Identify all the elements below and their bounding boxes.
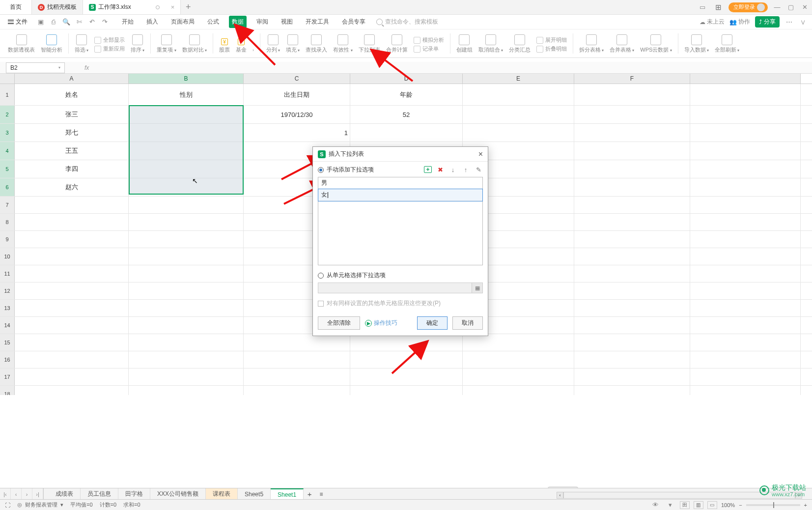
row-header[interactable]: 2 [0, 106, 15, 123]
cell[interactable]: 1970/12/30 [244, 106, 350, 123]
cell[interactable]: 52 [350, 106, 463, 123]
menu-tab-review[interactable]: 审阅 [253, 16, 271, 28]
delete-item-icon[interactable]: ✖ [436, 166, 445, 174]
cell[interactable] [350, 124, 463, 142]
row-header[interactable]: 3 [0, 124, 15, 142]
preview-icon[interactable]: 🔍 [61, 17, 72, 28]
duplicates-button[interactable]: 重复项 [155, 33, 178, 55]
cell[interactable] [690, 106, 801, 123]
share-button[interactable]: ⤴ 分享 [755, 16, 780, 28]
wps-cloud-data-button[interactable]: WPS云数据 [638, 33, 673, 55]
data-form-button[interactable]: 记录单 [414, 45, 444, 53]
move-down-icon[interactable]: ↓ [448, 166, 457, 174]
cell[interactable]: 姓名 [15, 84, 129, 105]
row-header[interactable]: 8 [0, 214, 15, 230]
row-header[interactable]: 11 [0, 265, 15, 282]
tab-workbook[interactable]: S 工作簿3.xlsx × [83, 0, 181, 14]
sheet-tab[interactable]: Sheet1 [271, 488, 304, 500]
zoom-in-button[interactable]: + [804, 502, 807, 508]
menu-tab-data[interactable]: 数据 [229, 16, 247, 28]
row-header[interactable]: 5 [0, 160, 15, 178]
row-header[interactable]: 6 [0, 178, 15, 196]
range-selector-icon[interactable]: ▦ [472, 283, 482, 293]
cell[interactable]: 张三 [15, 106, 129, 123]
row-header[interactable]: 1 [0, 84, 15, 105]
cell[interactable] [574, 106, 690, 123]
add-item-icon[interactable]: + [424, 166, 432, 173]
redo-icon[interactable]: ↷ [99, 17, 110, 28]
cell[interactable]: 赵六 [15, 178, 129, 196]
expand-detail-button[interactable]: 展开明细 [536, 36, 567, 44]
show-all-button[interactable]: 全部显示 [94, 36, 125, 44]
col-header-E[interactable]: E [463, 74, 574, 84]
row-header[interactable]: 7 [0, 197, 15, 213]
fill-button[interactable]: 填充 [284, 33, 302, 55]
menu-tab-insert[interactable]: 插入 [143, 16, 161, 28]
ungroup-button[interactable]: 取消组合 [476, 33, 505, 55]
list-item[interactable]: 男 [318, 177, 482, 189]
sheet-tab[interactable]: 员工信息 [81, 488, 118, 500]
lookup-entry-button[interactable]: 查找录入 [304, 33, 329, 55]
sheet-tab[interactable]: Sheet5 [238, 488, 271, 500]
new-tab-button[interactable]: + [181, 0, 196, 14]
menu-tab-formula[interactable]: 公式 [204, 16, 222, 28]
sheet-tab[interactable]: XXX公司销售额 [150, 488, 206, 500]
row-header[interactable]: 12 [0, 283, 15, 299]
group-button[interactable]: 创建组 [454, 33, 475, 55]
cloud-status[interactable]: ☁ 未上云 [700, 18, 725, 26]
sheet-nav-prev[interactable]: ‹ [11, 488, 22, 500]
save-icon[interactable]: ▣ [35, 17, 46, 28]
filter-button[interactable]: 筛选 [73, 33, 90, 55]
fx-icon[interactable]: fx [84, 64, 89, 71]
status-icon[interactable]: ⛶ [5, 502, 10, 508]
menu-tab-dev[interactable]: 开发工具 [303, 16, 332, 28]
row-header[interactable]: 13 [0, 300, 15, 316]
sheet-tab[interactable]: 课程表 [206, 488, 238, 500]
print-icon[interactable]: ⎙ [48, 17, 59, 28]
scroll-left-button[interactable]: ‹ [557, 492, 563, 499]
menu-tab-start[interactable]: 开始 [119, 16, 137, 28]
layout-icon[interactable]: ▭ [697, 2, 708, 13]
consolidate-button[interactable]: 合并计算 [384, 33, 410, 55]
col-header-F[interactable]: F [574, 74, 690, 84]
col-header-D[interactable]: D [350, 74, 463, 84]
login-button[interactable]: 立即登录 [728, 2, 768, 12]
help-link[interactable]: ▶操作技巧 [365, 319, 397, 327]
eye-icon[interactable]: 👁 [650, 500, 661, 510]
col-header-C[interactable]: C [244, 74, 350, 84]
cell[interactable] [463, 106, 574, 123]
undo-icon[interactable]: ↶ [86, 17, 97, 28]
maximize-button[interactable]: ▢ [786, 3, 795, 12]
command-search[interactable]: 查找命令、搜索模板 [376, 18, 438, 26]
sheet-nav-next[interactable]: › [22, 488, 32, 500]
sheet-nav-first[interactable]: |‹ [0, 488, 11, 500]
menu-tab-layout[interactable]: 页面布局 [168, 16, 197, 28]
cancel-button[interactable]: 取消 [452, 316, 483, 330]
cell[interactable] [463, 84, 574, 105]
col-header-A[interactable]: A [15, 74, 129, 84]
sort-button[interactable]: 排序 [129, 33, 146, 55]
row-header[interactable]: 17 [0, 368, 15, 385]
zoom-out-button[interactable]: − [739, 502, 742, 508]
cell[interactable]: 郑七 [15, 124, 129, 142]
reapply-button[interactable]: 重新应用 [94, 45, 125, 53]
data-validation-button[interactable]: 有效性 [331, 33, 354, 55]
add-sheet-button[interactable]: + [304, 488, 315, 500]
zoom-level[interactable]: 100% [721, 502, 735, 508]
fund-button[interactable]: ¥基金 [234, 37, 249, 55]
row-header[interactable]: 9 [0, 231, 15, 248]
display-settings-icon[interactable]: ▾ [665, 500, 676, 510]
file-menu[interactable]: 文件 [5, 17, 30, 27]
text-to-columns-button[interactable]: 分列 [264, 33, 282, 55]
radio-from-cells[interactable] [318, 273, 324, 279]
name-box[interactable]: B2▾ [6, 62, 65, 73]
collapse-detail-button[interactable]: 折叠明细 [536, 45, 567, 53]
clear-all-button[interactable]: 全部清除 [318, 316, 360, 330]
row-header[interactable]: 16 [0, 351, 15, 368]
ok-button[interactable]: 确定 [417, 316, 448, 330]
stock-button[interactable]: ¥股票 [217, 37, 232, 55]
cooperate-button[interactable]: 👥 协作 [729, 18, 750, 26]
menu-tab-member[interactable]: 会员专享 [339, 16, 368, 28]
cell[interactable] [574, 84, 690, 105]
view-page-button[interactable]: ▥ [694, 501, 703, 509]
